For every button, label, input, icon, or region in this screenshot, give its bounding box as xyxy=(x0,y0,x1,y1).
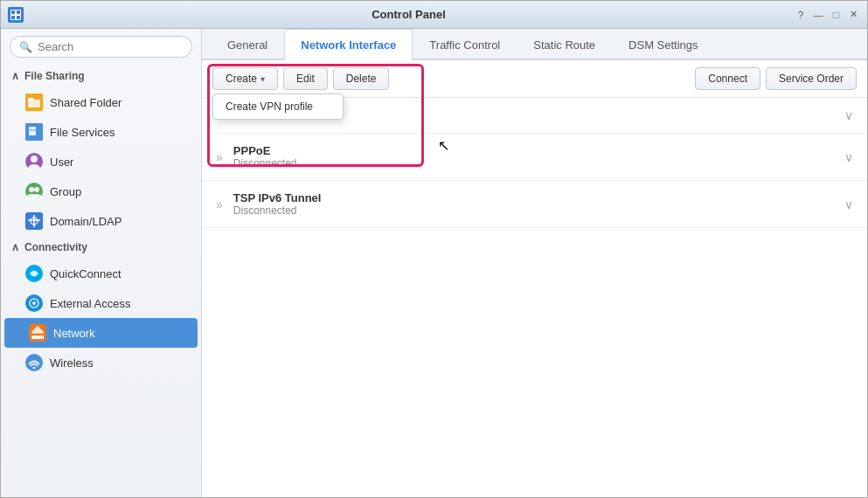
section-label: Connectivity xyxy=(24,241,87,253)
arrows-icon: » xyxy=(216,197,223,211)
sidebar-item-user[interactable]: User xyxy=(1,147,201,176)
svg-rect-7 xyxy=(28,98,34,101)
app-icon xyxy=(8,7,24,23)
external-access-icon xyxy=(25,294,43,312)
titlebar: Control Panel ? — □ ✕ xyxy=(1,1,867,29)
interface-status: Disconnected xyxy=(233,157,844,169)
wireless-icon xyxy=(25,354,43,371)
interface-info: TSP IPv6 Tunnel Disconnected xyxy=(233,191,844,217)
svg-point-32 xyxy=(33,367,36,370)
toolbar-container: Create ▾ Edit Delete Connect Service Ord… xyxy=(202,60,867,98)
sidebar-item-domain-ldap[interactable]: Domain/LDAP xyxy=(1,206,201,236)
section-label: File Sharing xyxy=(24,70,85,82)
svg-point-26 xyxy=(32,301,36,305)
expand-icon[interactable]: ∨ xyxy=(844,150,853,164)
domain-icon xyxy=(25,212,43,230)
sidebar-item-label: User xyxy=(50,156,73,169)
tab-general[interactable]: General xyxy=(211,29,284,60)
table-row-pppoe[interactable]: » PPPoE Disconnected ∨ xyxy=(202,134,867,181)
svg-point-16 xyxy=(34,187,39,192)
sidebar-item-label: QuickConnect xyxy=(50,267,122,280)
arrows-icon: » xyxy=(216,150,223,164)
chevron-down-icon: ∧ xyxy=(11,70,19,82)
shared-folder-icon xyxy=(25,93,43,111)
dropdown-arrow-icon: ▾ xyxy=(260,74,265,84)
interface-name: PPPoE xyxy=(233,144,844,157)
svg-rect-9 xyxy=(29,127,36,135)
help-button[interactable]: ? xyxy=(794,8,808,22)
group-icon xyxy=(25,183,43,200)
service-order-button[interactable]: Service Order xyxy=(766,67,857,90)
titlebar-left xyxy=(8,7,24,23)
main-layout: 🔍 ∧ File Sharing Shared Folder File Serv… xyxy=(1,29,867,497)
svg-rect-1 xyxy=(11,10,15,14)
connect-button[interactable]: Connect xyxy=(695,67,760,90)
sidebar-item-label: Domain/LDAP xyxy=(50,215,122,228)
sidebar-item-file-services[interactable]: File Services xyxy=(1,117,201,147)
search-input[interactable] xyxy=(38,40,183,53)
quickconnect-icon xyxy=(25,265,43,282)
user-icon xyxy=(25,153,43,170)
create-button[interactable]: Create ▾ xyxy=(212,67,278,90)
sidebar-section-file-sharing[interactable]: ∧ File Sharing xyxy=(1,65,201,87)
sidebar-item-network[interactable]: Network xyxy=(4,318,198,348)
chevron-down-icon: ∧ xyxy=(11,241,19,253)
expand-icon[interactable]: ∨ xyxy=(844,108,853,122)
file-services-icon xyxy=(25,123,43,141)
create-vpn-profile-item[interactable]: Create VPN profile xyxy=(213,94,343,119)
network-icon xyxy=(29,324,46,342)
interface-list: » Connected ∨ » PPPoE Disconnected ∨ » xyxy=(202,98,867,497)
svg-point-15 xyxy=(29,187,34,192)
svg-rect-28 xyxy=(31,335,44,339)
tab-dsm-settings[interactable]: DSM Settings xyxy=(612,29,714,60)
sidebar-item-shared-folder[interactable]: Shared Folder xyxy=(1,87,201,117)
sidebar-item-label: External Access xyxy=(50,297,131,310)
interface-name: TSP IPv6 Tunnel xyxy=(233,191,844,204)
close-button[interactable]: ✕ xyxy=(846,8,860,22)
interface-status: Disconnected xyxy=(233,204,844,217)
expand-icon[interactable]: ∨ xyxy=(844,197,853,211)
window-title: Control Panel xyxy=(24,8,794,21)
sidebar-item-label: Wireless xyxy=(50,356,94,370)
sidebar-item-group[interactable]: Group xyxy=(1,176,201,206)
edit-button[interactable]: Edit xyxy=(283,67,328,90)
window-controls: ? — □ ✕ xyxy=(794,8,860,22)
tab-static-route[interactable]: Static Route xyxy=(517,29,612,60)
svg-rect-2 xyxy=(17,10,20,14)
restore-button[interactable]: □ xyxy=(829,8,843,22)
sidebar-item-label: Group xyxy=(50,185,81,198)
sidebar-item-quickconnect[interactable]: QuickConnect xyxy=(1,259,201,288)
tab-traffic-control[interactable]: Traffic Control xyxy=(413,29,517,60)
sidebar: 🔍 ∧ File Sharing Shared Folder File Serv… xyxy=(1,29,202,497)
tab-bar: General Network Interface Traffic Contro… xyxy=(202,29,867,60)
sidebar-item-label: Shared Folder xyxy=(50,96,122,109)
search-bar[interactable]: 🔍 xyxy=(10,36,192,58)
sidebar-section-connectivity[interactable]: ∧ Connectivity xyxy=(1,236,201,259)
sidebar-item-wireless[interactable]: Wireless xyxy=(1,348,201,377)
sidebar-item-label: Network xyxy=(53,327,95,340)
delete-button[interactable]: Delete xyxy=(333,67,390,90)
create-dropdown-menu: Create VPN profile xyxy=(212,93,344,120)
svg-rect-4 xyxy=(17,16,20,19)
main-window: Control Panel ? — □ ✕ 🔍 ∧ File Sharing xyxy=(0,0,868,498)
tab-network-interface[interactable]: Network Interface xyxy=(284,29,413,60)
toolbar: Create ▾ Edit Delete Connect Service Ord… xyxy=(202,60,867,98)
minimize-button[interactable]: — xyxy=(811,8,825,22)
svg-point-12 xyxy=(31,156,38,163)
interface-info: PPPoE Disconnected xyxy=(233,144,844,169)
content-area: General Network Interface Traffic Contro… xyxy=(202,29,867,497)
sidebar-item-label: File Services xyxy=(50,126,115,139)
svg-rect-21 xyxy=(33,215,35,227)
sidebar-item-external-access[interactable]: External Access xyxy=(1,288,201,318)
table-row-tsp-ipv6[interactable]: » TSP IPv6 Tunnel Disconnected ∨ xyxy=(202,181,867,228)
svg-rect-3 xyxy=(11,16,15,19)
search-icon: 🔍 xyxy=(19,41,32,53)
